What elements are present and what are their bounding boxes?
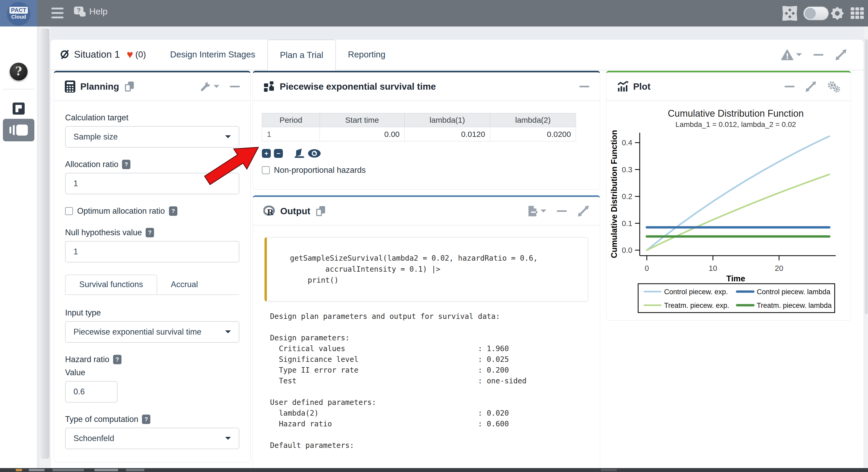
remove-row-button[interactable]: −: [274, 149, 283, 158]
layout-icon: [9, 127, 11, 133]
col-lambda2: lambda(2): [490, 113, 576, 127]
right-scrollbar[interactable]: [864, 27, 868, 472]
subtab-accrual[interactable]: Accrual: [157, 274, 212, 295]
calculation-target-value: Sample size: [73, 132, 118, 142]
r-code-block[interactable]: getSampleSizeSurvival(lambda2 = 0.02, ha…: [265, 237, 588, 302]
allocation-ratio-value: 1: [73, 179, 78, 188]
eraser-icon[interactable]: [293, 148, 304, 159]
allocation-ratio-input[interactable]: 1: [65, 173, 239, 194]
warnings-dropdown[interactable]: [781, 49, 802, 60]
caret-down-icon: [796, 53, 802, 59]
code-line: getSampleSizeSurvival(lambda2 = 0.02, ha…: [290, 254, 538, 263]
empty-set-icon: [60, 49, 70, 60]
svg-text:0.1: 0.1: [622, 219, 632, 228]
input-type-value: Piecewise exponential survival time: [73, 327, 202, 337]
tab-plan-a-trial[interactable]: Plan a Trial: [268, 40, 336, 70]
help-badge[interactable]: ?: [142, 414, 150, 424]
fullscreen-arrows-icon[interactable]: [782, 0, 797, 27]
add-row-button[interactable]: +: [262, 149, 271, 158]
help-badge[interactable]: ?: [113, 355, 122, 364]
flag-icon[interactable]: [12, 103, 25, 114]
svg-text:Treatm. piecew. exp.: Treatm. piecew. exp.: [664, 302, 729, 309]
left-sidebar: ?: [0, 27, 37, 472]
help-badge[interactable]: ?: [146, 228, 154, 237]
input-type-select[interactable]: Piecewise exponential survival time: [65, 321, 239, 343]
chart-subtitle: Lambda_1 = 0.012, lambda_2 = 0.02: [675, 121, 796, 129]
caret-down-icon: [225, 330, 231, 336]
null-hypothesis-input[interactable]: 1: [65, 241, 239, 263]
top-bar: PACT Cloud ? Help: [0, 0, 868, 27]
null-hypothesis-value: 1: [73, 247, 78, 257]
chart-title: Cumulative Distribution Function: [668, 108, 804, 119]
optimum-allocation-checkbox[interactable]: [65, 207, 73, 215]
copy-icon[interactable]: [316, 206, 325, 216]
minimize-button[interactable]: [579, 86, 589, 87]
non-proportional-hazards-checkbox[interactable]: [262, 166, 270, 174]
input-type-label: Input type: [65, 308, 239, 317]
tab-design-interim-stages[interactable]: Design Interim Stages: [158, 39, 268, 70]
piecewise-title: Piecewise exponential survival time: [280, 81, 436, 92]
pieces-icon: [264, 81, 275, 92]
copy-icon[interactable]: [125, 81, 134, 92]
export-dropdown[interactable]: [527, 205, 546, 217]
help-label: Help: [89, 6, 107, 16]
minimize-button[interactable]: [230, 86, 240, 87]
logo-text-bottom: Cloud: [11, 14, 26, 20]
theme-toggle[interactable]: [803, 0, 829, 27]
svg-text:0.0: 0.0: [622, 246, 632, 255]
value-label: Value: [65, 368, 239, 377]
warning-icon: [781, 49, 794, 60]
bottom-taskbar: [0, 468, 868, 472]
minimize-button[interactable]: [557, 210, 567, 212]
svg-text:0: 0: [645, 264, 649, 272]
chart-icon: [617, 81, 628, 92]
caret-down-icon: [225, 135, 231, 141]
situation-title: Situation 1: [74, 49, 120, 60]
left-scrollbar[interactable]: [39, 27, 51, 468]
subtab-survival-functions[interactable]: Survival functions: [65, 274, 157, 295]
wrench-icon: [200, 81, 211, 92]
sidebar-divider: [3, 89, 34, 90]
svg-text:Treatm. piecew. lambda: Treatm. piecew. lambda: [757, 302, 832, 309]
expand-icon[interactable]: [805, 81, 816, 92]
output-title: Output: [280, 206, 310, 216]
planning-subtabs: Survival functions Accrual: [65, 274, 239, 295]
cell-start-time[interactable]: 0.00: [320, 127, 405, 141]
grid-apps-icon[interactable]: [850, 0, 864, 27]
r-logo-icon: R: [264, 206, 276, 216]
hamburger-menu-icon[interactable]: [52, 8, 63, 19]
plot-panel: Plot Cumulative Distribution Function La…: [606, 71, 851, 321]
help-button[interactable]: ? Help: [74, 6, 107, 16]
hazard-ratio-input[interactable]: 0.6: [65, 381, 118, 403]
type-of-computation-select[interactable]: Schoenfeld: [65, 428, 239, 449]
plot-title: Plot: [633, 81, 650, 92]
help-badge[interactable]: ?: [122, 160, 130, 169]
hazard-ratio-label: Hazard ratio ?: [65, 355, 239, 364]
favorite-heart-icon[interactable]: ♥: [127, 48, 133, 61]
y-axis-label: Cumulative Distribution Function: [610, 130, 619, 258]
app-logo[interactable]: PACT Cloud: [0, 0, 37, 27]
code-line: accrualIntensity = 0.1) |>: [290, 265, 440, 273]
collapse-all-button[interactable]: [813, 54, 824, 56]
caret-down-icon: [225, 437, 231, 443]
output-panel: R Output getSampleSizeSurviv: [253, 195, 600, 472]
cell-lambda2[interactable]: 0.0200: [490, 127, 576, 141]
gears-icon[interactable]: [827, 80, 840, 93]
svg-text:Control piecew. exp.: Control piecew. exp.: [664, 288, 728, 296]
cell-lambda1[interactable]: 0.0120: [405, 127, 490, 141]
settings-wrench-dropdown[interactable]: [200, 81, 219, 92]
expand-icon[interactable]: [835, 49, 847, 61]
eye-icon[interactable]: [308, 148, 321, 158]
sidebar-layout-button[interactable]: [3, 119, 34, 141]
calculator-icon: [65, 80, 75, 93]
minimize-button[interactable]: [784, 86, 795, 87]
svg-text:R: R: [267, 207, 274, 216]
hazard-ratio-value: 0.6: [73, 387, 85, 397]
expand-icon[interactable]: [577, 205, 589, 217]
tab-reporting[interactable]: Reporting: [336, 39, 398, 70]
question-avatar[interactable]: ?: [10, 63, 28, 80]
help-badge[interactable]: ?: [169, 206, 177, 216]
file-export-icon: [527, 205, 538, 217]
sun-icon[interactable]: [830, 0, 845, 27]
calculation-target-select[interactable]: Sample size: [65, 126, 239, 148]
